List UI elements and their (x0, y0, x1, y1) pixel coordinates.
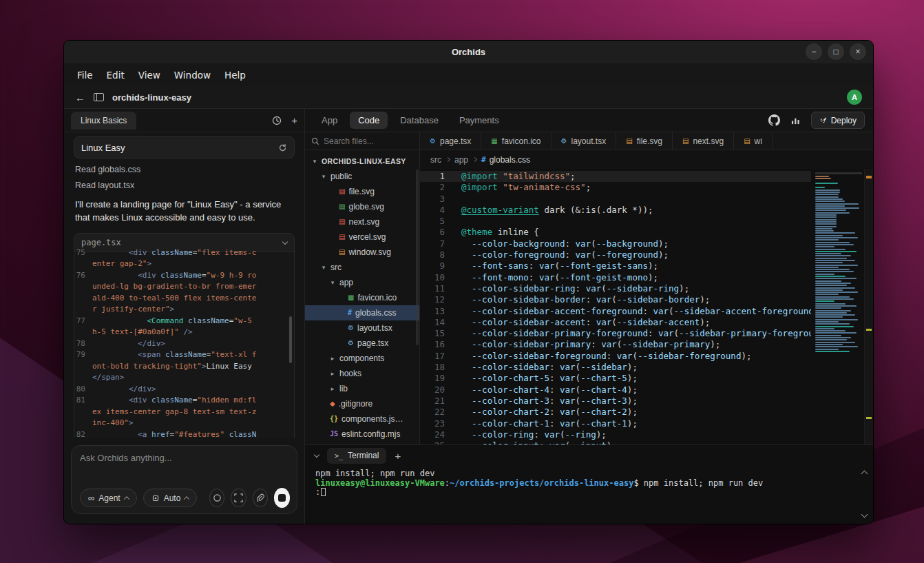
explorer-item-components[interactable]: ▸components (305, 351, 419, 366)
select-element-button[interactable] (231, 489, 246, 507)
explorer-item-vercel-svg[interactable]: ▤vercel.svg (305, 229, 419, 245)
code-snippet-body[interactable]: 75 <div className="flex items-center gap… (74, 247, 294, 438)
editor-lines[interactable]: 1@import "tailwindcss";2@import "tw-anim… (420, 171, 811, 444)
back-arrow-icon[interactable]: ← (75, 92, 85, 103)
minimap[interactable] (815, 172, 862, 444)
menu-window[interactable]: Window (168, 67, 217, 83)
stop-record-button[interactable] (274, 488, 290, 508)
editor-line[interactable]: 12 --color-sidebar-border: var(--sidebar… (420, 294, 811, 305)
file-tab-file-svg[interactable]: ▤file.svg (616, 132, 673, 150)
editor-line[interactable]: 13 --color-sidebar-accent-foreground: va… (420, 306, 811, 317)
maximize-button[interactable]: □ (828, 43, 844, 60)
explorer-item-components-js[interactable]: {}components.js… (305, 411, 419, 427)
undo-icon[interactable] (278, 143, 287, 152)
explorer-item-public[interactable]: ▾public (305, 169, 419, 184)
analytics-bars-icon[interactable] (791, 116, 800, 125)
editor-line[interactable]: 18 --color-sidebar: var(--sidebar); (420, 362, 811, 373)
minimize-button[interactable]: − (806, 43, 822, 60)
editor-line[interactable]: 2@import "tw-animate-css"; (420, 182, 811, 193)
editor-line[interactable]: 25 --color-input: var(--input); (420, 440, 811, 444)
file-tab-favicon-ico[interactable]: ▦favicon.ico (481, 132, 551, 150)
breadcrumb-app[interactable]: app (454, 155, 468, 165)
editor-line[interactable]: 17 --color-sidebar-foreground: var(--sid… (420, 351, 811, 362)
file-tab-layout-tsx[interactable]: ⚙layout.tsx (552, 132, 617, 150)
code-snippet-scrollbar[interactable] (289, 316, 292, 363)
explorer-item-eslint-config-mjs[interactable]: JSeslint.config.mjs (305, 427, 419, 442)
sidebar-toggle-icon[interactable] (94, 93, 104, 101)
explorer-item-hooks[interactable]: ▸hooks (305, 366, 419, 381)
deploy-button[interactable]: Deploy (811, 112, 865, 129)
menu-help[interactable]: Help (218, 67, 252, 83)
editor-line[interactable]: 16 --color-sidebar-primary: var(--sideba… (420, 339, 811, 350)
explorer-item-file-svg[interactable]: ▤file.svg (305, 184, 419, 199)
code-editor[interactable]: 1@import "tailwindcss";2@import "tw-anim… (420, 169, 873, 444)
attach-file-button[interactable] (253, 489, 268, 507)
new-terminal-button[interactable]: + (395, 450, 401, 462)
editor-line[interactable]: 11 --color-sidebar-ring: var(--sidebar-r… (420, 283, 811, 294)
terminal-output[interactable]: npm install; npm run devlinuxeasy@linuxe… (305, 466, 873, 524)
explorer-item-gitignore[interactable]: ◆.gitignore (305, 396, 419, 411)
editor-line[interactable]: 5 (420, 216, 811, 227)
editor-line[interactable]: 21 --color-chart-3: var(--chart-3); (420, 396, 811, 407)
editor-line[interactable]: 1@import "tailwindcss"; (420, 171, 811, 182)
explorer-item-lib[interactable]: ▸lib (305, 381, 419, 396)
chat-input[interactable] (80, 453, 288, 480)
editor-line[interactable]: 6@theme inline { (420, 227, 811, 238)
editor-line[interactable]: 15 --color-sidebar-primary-foreground: v… (420, 328, 811, 339)
agent-mode-button[interactable]: ∞ Agent (80, 489, 137, 507)
tab-app[interactable]: App (313, 112, 346, 129)
editor-line[interactable]: 20 --color-chart-4: var(--chart-4); (420, 385, 811, 396)
terminal-scroll-down-icon[interactable] (861, 511, 868, 518)
explorer-item-window-svg[interactable]: ▤window.svg (305, 245, 419, 260)
editor-line[interactable]: 8 --color-foreground: var(--foreground); (420, 249, 811, 260)
breadcrumb-src[interactable]: src (430, 155, 441, 165)
file-tab-page-tsx[interactable]: ⚙page.tsx (420, 132, 481, 150)
editor-scrollbar[interactable] (864, 169, 873, 444)
editor-line[interactable]: 4@custom-variant dark (&:is(.dark *)); (420, 205, 811, 216)
explorer-item-globe-svg[interactable]: ▤globe.svg (305, 199, 419, 214)
model-auto-button[interactable]: Auto (143, 489, 198, 507)
explorer-item-src[interactable]: ▾src (305, 260, 419, 275)
terminal-collapse-icon[interactable] (314, 452, 319, 458)
history-clock-icon[interactable] (272, 116, 282, 125)
file-search[interactable] (305, 132, 420, 150)
chat-title-field[interactable] (74, 136, 295, 158)
title-bar[interactable]: Orchids −□× (64, 41, 873, 63)
explorer-item-app[interactable]: ▾app (305, 275, 419, 290)
avatar[interactable]: A (847, 90, 862, 105)
chat-tab-linux-basics[interactable]: Linux Basics (71, 112, 136, 130)
context-circle-button[interactable] (209, 489, 224, 507)
explorer-item-next-svg[interactable]: ▤next.svg (305, 214, 419, 229)
github-icon[interactable] (768, 114, 780, 126)
file-search-input[interactable] (324, 136, 403, 146)
menu-view[interactable]: View (132, 67, 167, 83)
editor-line[interactable]: 24 --color-ring: var(--ring); (420, 429, 811, 440)
tab-database[interactable]: Database (392, 112, 447, 129)
menu-edit[interactable]: Edit (101, 67, 131, 83)
breadcrumb-file[interactable]: globals.css (490, 155, 530, 165)
file-tab-wi[interactable]: ▤wi (734, 132, 773, 150)
tab-code[interactable]: Code (350, 112, 388, 129)
tab-payments[interactable]: Payments (451, 112, 507, 129)
editor-line[interactable]: 23 --color-chart-1: var(--chart-1); (420, 418, 811, 429)
editor-line[interactable]: 14 --color-sidebar-accent: var(--sidebar… (420, 317, 811, 328)
editor-line[interactable]: 7 --color-background: var(--background); (420, 238, 811, 249)
editor-line[interactable]: 19 --color-chart-5: var(--chart-5); (420, 373, 811, 384)
editor-line[interactable]: 22 --color-chart-2: var(--chart-2); (420, 407, 811, 418)
editor-line[interactable]: 3 (420, 194, 811, 205)
menu-file[interactable]: File (71, 67, 99, 83)
editor-line[interactable]: 10 --font-mono: var(--font-geist-mono); (420, 272, 811, 283)
new-chat-button[interactable]: + (291, 114, 297, 126)
chat-input-box[interactable]: ∞ Agent Auto (71, 445, 297, 514)
close-button[interactable]: × (850, 43, 866, 60)
explorer-item-layout-tsx[interactable]: ⚙layout.tsx (305, 320, 419, 336)
explorer-item-orchids-linux-easy[interactable]: ▾ORCHIDS-LINUX-EASY (305, 154, 419, 169)
file-tab-next-svg[interactable]: ▤next.svg (673, 132, 734, 150)
explorer-item-favicon-ico[interactable]: ▦favicon.ico (305, 290, 419, 305)
explorer-item-page-tsx[interactable]: ⚙page.tsx (305, 336, 419, 351)
explorer-scrollbar[interactable] (416, 170, 419, 345)
explorer-item-globals-css[interactable]: #globals.css (305, 305, 419, 320)
chat-scroll-area[interactable]: Read globals.cssRead layout.tsx I'll cre… (64, 132, 304, 438)
terminal-tab[interactable]: >_ Terminal (327, 448, 386, 464)
chat-title-input[interactable] (81, 143, 274, 153)
